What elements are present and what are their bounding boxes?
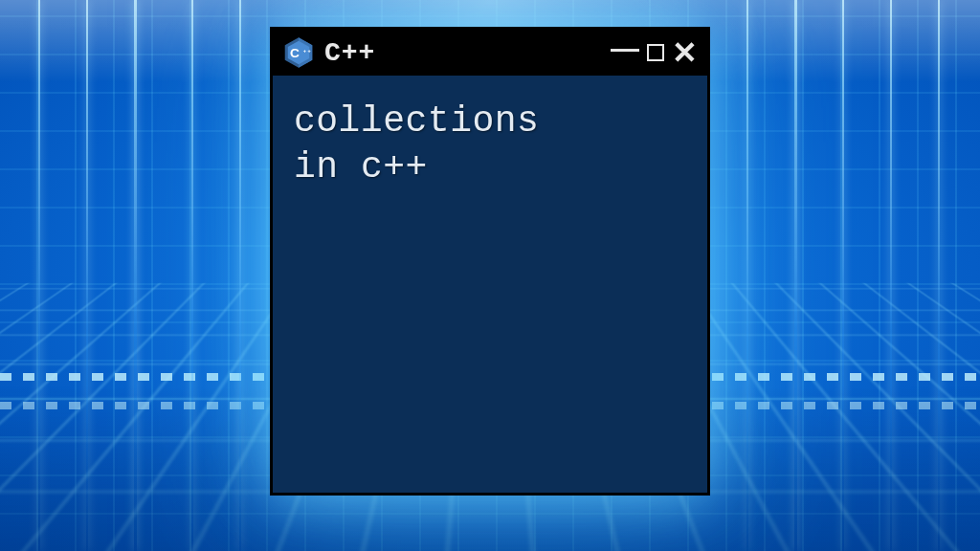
content-line-1: collections (294, 100, 539, 142)
maximize-button[interactable] (647, 44, 664, 61)
svg-text:+: + (308, 48, 311, 54)
content-line-2: in c++ (294, 146, 428, 187)
window-controls: — ✕ (611, 37, 698, 68)
title-bar[interactable]: C + + C++ — ✕ (273, 30, 707, 76)
minimize-button[interactable]: — (611, 34, 639, 63)
window-title: C++ (324, 38, 601, 68)
svg-text:+: + (303, 48, 306, 54)
terminal-window: C + + C++ — ✕ collections in c++ (270, 27, 710, 496)
close-button[interactable]: ✕ (672, 37, 698, 68)
svg-text:C: C (290, 46, 300, 60)
cpp-logo-icon: C + + (282, 36, 315, 69)
terminal-content: collections in c++ (273, 76, 707, 212)
